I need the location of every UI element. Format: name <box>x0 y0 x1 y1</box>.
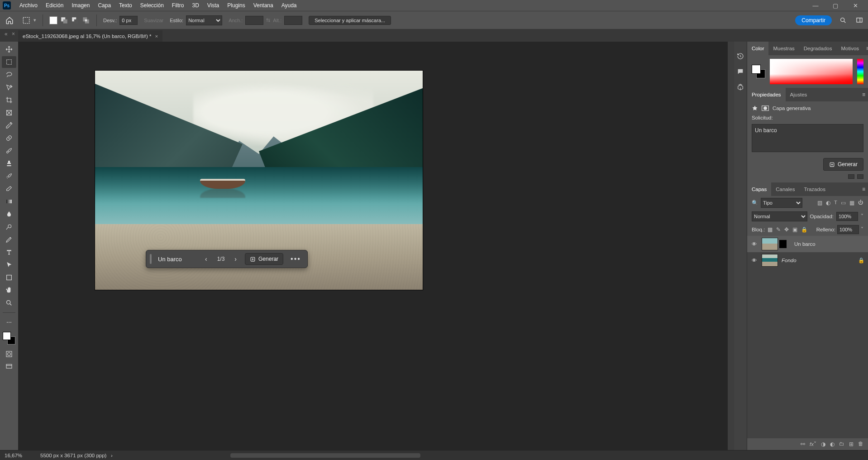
tab-degradados[interactable]: Degradados <box>799 42 837 55</box>
style-select[interactable]: Normal <box>186 15 222 25</box>
tab-color[interactable]: Color <box>747 42 768 55</box>
document-tab-close-icon[interactable]: × <box>155 34 158 39</box>
window-minimize-button[interactable]: — <box>806 2 825 9</box>
color-panel-menu-icon[interactable]: ≡ <box>863 45 868 52</box>
screenmode-toggle[interactable] <box>2 361 16 373</box>
tab-trazados[interactable]: Trazados <box>799 182 830 196</box>
select-and-mask-button[interactable]: Seleccionar y aplicar máscara... <box>309 16 391 25</box>
layer-new-icon[interactable]: ⊞ <box>849 441 854 447</box>
layer-visibility-icon[interactable]: 👁 <box>751 258 758 263</box>
blur-tool[interactable] <box>2 208 16 220</box>
genbar-more-icon[interactable]: ••• <box>288 255 304 263</box>
libraries-panel-icon[interactable] <box>737 83 744 91</box>
tab-muestras[interactable]: Muestras <box>768 42 799 55</box>
menu-edicion[interactable]: Edición <box>42 0 67 11</box>
prompt-textarea[interactable]: Un barco <box>752 124 863 152</box>
tab-close-all-icon[interactable]: × <box>12 31 15 37</box>
hue-slider[interactable] <box>857 59 863 84</box>
layer-filter-search-icon[interactable]: 🔍 <box>752 200 758 206</box>
path-select-tool[interactable] <box>2 259 16 271</box>
lasso-tool[interactable] <box>2 69 16 81</box>
comments-panel-icon[interactable] <box>737 68 744 75</box>
window-maximize-button[interactable]: ▢ <box>825 2 845 9</box>
layer-name[interactable]: Un barco <box>794 241 816 247</box>
layer-visibility-icon[interactable]: 👁 <box>751 241 758 247</box>
tab-propiedades[interactable]: Propiedades <box>747 88 786 101</box>
properties-panel-menu-icon[interactable]: ≡ <box>859 91 868 98</box>
frame-tool[interactable] <box>2 107 16 119</box>
generative-fill-bar[interactable]: Un barco ‹ 1/3 › Generar ••• <box>146 250 308 268</box>
genbar-prompt-text[interactable]: Un barco <box>156 256 197 263</box>
quickmask-toggle[interactable] <box>2 348 16 360</box>
canvas-area[interactable]: Un barco ‹ 1/3 › Generar ••• <box>18 42 728 450</box>
selection-intersect-icon[interactable] <box>82 16 90 24</box>
selection-subtract-icon[interactable] <box>71 16 79 24</box>
zoom-tool[interactable] <box>2 297 16 309</box>
lock-paint-icon[interactable]: ✎ <box>776 226 781 233</box>
blend-mode-select[interactable]: Normal <box>752 211 807 221</box>
fill-input[interactable] <box>837 225 859 234</box>
lock-transparent-icon[interactable]: ▩ <box>768 226 773 233</box>
canvas-vertical-scrollbar[interactable] <box>728 42 734 450</box>
antialias-checkbox-label[interactable]: Suavizar <box>144 18 163 23</box>
foreground-background-swatch[interactable] <box>3 332 15 345</box>
layer-thumbnail[interactable] <box>762 238 778 250</box>
history-brush-tool[interactable] <box>2 170 16 182</box>
canvas-horizontal-scrollbar[interactable] <box>230 453 420 458</box>
move-tool[interactable] <box>2 43 16 55</box>
lock-position-icon[interactable]: ✥ <box>784 226 789 233</box>
prop-view-thumb-small-icon[interactable] <box>848 174 854 179</box>
share-button[interactable]: Compartir <box>795 15 832 25</box>
home-button[interactable] <box>4 14 15 26</box>
foreground-color-swatch[interactable] <box>3 332 11 340</box>
menu-archivo[interactable]: Archivo <box>15 0 42 11</box>
layer-fx-icon[interactable]: fx˅ <box>810 441 816 447</box>
document-tab[interactable]: eStock_119263068.jpeg al 16,7% (Un barco… <box>18 30 162 42</box>
menu-3d[interactable]: 3D <box>188 0 203 11</box>
eyedropper-tool[interactable] <box>2 120 16 131</box>
history-panel-icon[interactable] <box>737 53 744 60</box>
color-spectrum[interactable] <box>770 59 853 84</box>
tab-motivos[interactable]: Motivos <box>836 42 863 55</box>
layer-row-fondo[interactable]: 👁 Fondo 🔒 <box>747 252 868 268</box>
feather-input[interactable] <box>119 16 138 25</box>
filter-toggle-icon[interactable]: ⏻ <box>858 200 863 206</box>
status-zoom[interactable]: 16,67% <box>5 453 22 458</box>
filter-type-icon[interactable]: T <box>834 200 837 206</box>
genbar-prev-button[interactable]: ‹ <box>201 255 211 263</box>
tab-canales[interactable]: Canales <box>771 182 799 196</box>
layer-link-icon[interactable]: ⚯ <box>801 441 805 447</box>
filter-shape-icon[interactable]: ▭ <box>841 200 846 206</box>
stamp-tool[interactable] <box>2 158 16 169</box>
tab-capas[interactable]: Capas <box>747 182 771 196</box>
menu-seleccion[interactable]: Selección <box>136 0 168 11</box>
tab-dock-pin-icon[interactable]: « <box>5 31 8 37</box>
shape-tool[interactable] <box>2 272 16 283</box>
filter-smart-icon[interactable]: ▦ <box>849 200 854 206</box>
selection-new-icon[interactable] <box>49 16 57 24</box>
menu-vista[interactable]: Vista <box>203 0 223 11</box>
status-docinfo[interactable]: 5500 px x 3671 px (300 ppp) › <box>40 453 113 458</box>
brush-tool[interactable] <box>2 145 16 157</box>
lock-artboard-icon[interactable]: ▣ <box>792 226 797 233</box>
layers-panel-menu-icon[interactable]: ≡ <box>859 186 868 192</box>
lock-all-icon[interactable]: 🔒 <box>801 226 807 233</box>
menu-ayuda[interactable]: Ayuda <box>277 0 301 11</box>
type-tool[interactable] <box>2 246 16 258</box>
dodge-tool[interactable] <box>2 221 16 233</box>
genbar-generate-button[interactable]: Generar <box>245 253 283 265</box>
menu-capa[interactable]: Capa <box>94 0 115 11</box>
edit-toolbar-icon[interactable]: ⋯ <box>2 316 16 328</box>
hand-tool[interactable] <box>2 284 16 296</box>
menu-texto[interactable]: Texto <box>115 0 136 11</box>
window-close-button[interactable]: ✕ <box>845 2 865 9</box>
genbar-drag-handle[interactable] <box>150 254 152 264</box>
properties-generate-button[interactable]: Generar <box>823 158 863 171</box>
layer-adjust-icon[interactable]: ◐ <box>830 441 835 447</box>
crop-tool[interactable] <box>2 94 16 106</box>
menu-filtro[interactable]: Filtro <box>168 0 188 11</box>
filter-pixel-icon[interactable]: ▧ <box>817 200 822 206</box>
opacity-input[interactable] <box>836 212 858 221</box>
eraser-tool[interactable] <box>2 183 16 195</box>
layer-filter-kind-select[interactable]: Tipo <box>761 198 802 208</box>
